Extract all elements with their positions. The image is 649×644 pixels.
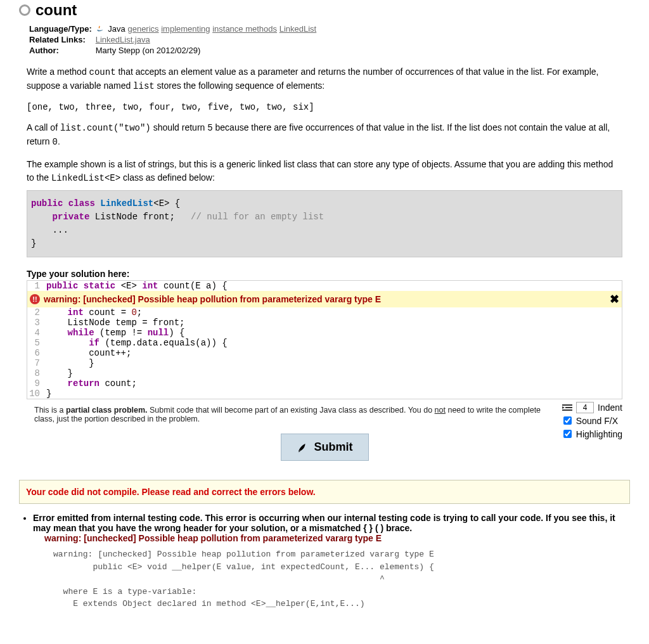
svg-rect-0 xyxy=(562,404,572,406)
lineno: 10 xyxy=(27,389,42,399)
tag-link[interactable]: instance methods xyxy=(212,24,277,34)
lineno: 3 xyxy=(27,318,42,328)
lineno: 9 xyxy=(27,378,42,389)
lineno: 4 xyxy=(27,328,42,338)
submit-label: Submit xyxy=(314,441,353,454)
svg-rect-2 xyxy=(562,409,572,411)
sound-checkbox[interactable] xyxy=(563,416,572,425)
related-link[interactable]: LinkedList.java xyxy=(96,35,150,44)
compile-error-banner: Your code did not compile. Please read a… xyxy=(19,480,630,504)
tag-link[interactable]: generics xyxy=(127,24,158,34)
highlight-checkbox-label[interactable]: Highlighting xyxy=(561,428,622,440)
page-title: count xyxy=(35,1,77,19)
warning-icon: !! xyxy=(30,294,40,304)
meta-author: Marty Stepp (on 2012/02/29) xyxy=(94,46,318,55)
class-definition: public class LinkedList<E> { private Lis… xyxy=(27,190,622,257)
meta-table: Language/Type: Java generics implementin… xyxy=(27,23,319,56)
lineno: 5 xyxy=(27,338,42,348)
close-icon[interactable]: ✖ xyxy=(610,292,619,306)
example-list: [one, two, three, two, four, two, five, … xyxy=(27,102,622,112)
error-head: Error emitted from internal testing code… xyxy=(33,513,615,533)
meta-author-label: Author: xyxy=(28,46,93,55)
solution-label: Type your solution here: xyxy=(27,269,622,279)
java-icon xyxy=(96,24,105,33)
indent-input[interactable] xyxy=(576,402,594,413)
compiler-output: warning: [unchecked] Possible heap pollu… xyxy=(53,548,630,610)
meta-language: Java xyxy=(108,24,125,34)
rocket-icon xyxy=(297,442,308,453)
tag-link[interactable]: implementing xyxy=(161,24,210,34)
lineno: 8 xyxy=(27,368,42,378)
desc-p2: A call of list.count("two") should retur… xyxy=(27,121,622,149)
meta-lang-label: Language/Type: xyxy=(28,24,93,34)
tag-link[interactable]: LinkedList xyxy=(280,24,317,34)
lineno: 7 xyxy=(27,358,42,368)
warning-text: warning: [unchecked] Possible heap pollu… xyxy=(44,294,381,304)
code-editor[interactable]: 1public static <E> int count(E a) { !! w… xyxy=(27,280,622,399)
error-list: Error emitted from internal testing code… xyxy=(33,513,630,610)
inline-warning: !! warning: [unchecked] Possible heap po… xyxy=(27,291,622,307)
lineno: 1 xyxy=(27,281,42,291)
desc-p1: Write a method count that accepts an ele… xyxy=(27,65,622,93)
lineno: 2 xyxy=(27,307,42,318)
indent-icon[interactable] xyxy=(562,403,572,412)
desc-p3: The example shown is a list of strings, … xyxy=(27,158,622,185)
submit-button[interactable]: Submit xyxy=(281,434,369,461)
svg-rect-1 xyxy=(565,407,572,408)
partial-class-note: This is a partial class problem. Submit … xyxy=(34,406,553,423)
error-sub: warning: [unchecked] Possible heap pollu… xyxy=(44,533,630,543)
sound-checkbox-label[interactable]: Sound F/X xyxy=(561,415,622,427)
highlight-checkbox[interactable] xyxy=(563,430,572,438)
meta-links-label: Related Links: xyxy=(28,35,93,44)
status-circle-icon xyxy=(19,4,30,16)
indent-label: Indent xyxy=(598,402,622,413)
lineno: 6 xyxy=(27,348,42,358)
